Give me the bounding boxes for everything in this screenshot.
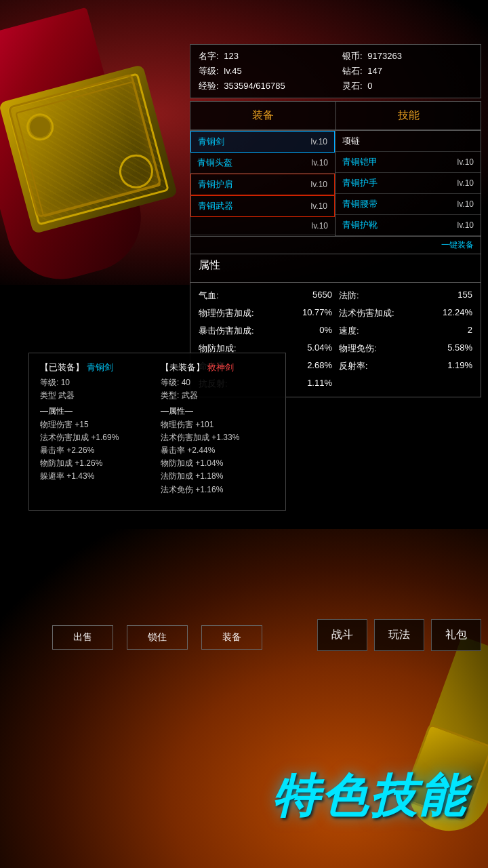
main-tabs: 装备 技能: [190, 101, 481, 130]
spirit-field: 灵石: 0: [342, 80, 472, 92]
sword-decoration-bottom: [352, 631, 488, 868]
name-field: 名字: 123: [199, 50, 329, 62]
action-buttons: 出售 锁住 装备: [28, 625, 286, 650]
compare-panel: 【已装备】 青铜剑 等级: 10 类型 武器 —属性— 物理伤害 +15 法术伤…: [28, 353, 286, 511]
skill-item-1[interactable]: 青铜铠甲 lv.10: [336, 152, 481, 173]
nav-gameplay[interactable]: 玩法: [374, 619, 424, 651]
equip-item-4[interactable]: lv.10: [190, 217, 335, 235]
attr-preduc: 物理免伤: 5.58%: [339, 341, 472, 356]
attr-mdmg: 法术伤害加成: 12.24%: [339, 306, 472, 321]
attr-pdmg: 物理伤害加成: 10.77%: [199, 306, 332, 321]
equipment-column: 青铜剑 lv.10 青铜头盔 lv.10 青铜护肩 lv.10 青铜武器 lv.…: [190, 131, 336, 236]
exp-field: 经验: 353594/616785: [199, 80, 329, 92]
diamond-field: 钻石: 147: [342, 65, 472, 77]
attr-crit: 暴击伤害加成: 0%: [199, 323, 332, 338]
skill-item-0[interactable]: 项链: [336, 131, 481, 152]
tab-equip[interactable]: 装备: [190, 102, 336, 130]
equip-item-3[interactable]: 青铜武器 lv.10: [190, 195, 335, 217]
nav-battle[interactable]: 战斗: [317, 619, 367, 651]
main-ui-panel: 名字: 123 银币: 9173263 等级: lv.45 钻石: 147 经验…: [190, 44, 481, 397]
character-info: 名字: 123 银币: 9173263 等级: lv.45 钻石: 147 经验…: [190, 44, 481, 98]
level-field: 等级: lv.45: [199, 65, 329, 77]
equip-item-0[interactable]: 青铜剑 lv.10: [190, 131, 335, 153]
skill-item-4[interactable]: 青铜护靴 lv.10: [336, 215, 481, 236]
bottom-navigation: 战斗 玩法 礼包: [317, 619, 481, 651]
skill-item-3[interactable]: 青铜腰带 lv.10: [336, 194, 481, 215]
attr-mdef: 法防: 155: [339, 288, 472, 303]
equip-button[interactable]: 装备: [201, 625, 262, 650]
feature-skills-label: 特色技能: [272, 766, 468, 827]
attr-reflect: 反射率: 1.19%: [339, 359, 472, 374]
attr-hp: 气血: 5650: [199, 288, 332, 303]
equip-item-1[interactable]: 青铜头盔 lv.10: [190, 153, 335, 174]
unequipped-col: 【未装备】 救神剑 等级: 40 类型: 武器 —属性— 物理伤害 +101 法…: [161, 361, 274, 496]
skill-item-2[interactable]: 青铜护手 lv.10: [336, 173, 481, 194]
lock-button[interactable]: 锁住: [127, 625, 188, 650]
sell-button[interactable]: 出售: [52, 625, 113, 650]
attrs-title: 属性: [199, 258, 472, 273]
one-key-equip[interactable]: 一键装备: [190, 237, 481, 254]
attr-speed: 速度: 2: [339, 323, 472, 338]
equip-skills-container: 青铜剑 lv.10 青铜头盔 lv.10 青铜护肩 lv.10 青铜武器 lv.…: [190, 130, 481, 237]
tab-skills[interactable]: 技能: [336, 102, 481, 130]
silver-field: 银币: 9173263: [342, 50, 472, 62]
nav-gift[interactable]: 礼包: [431, 619, 481, 651]
sword-decoration-top: [0, 0, 190, 285]
skills-column: 项链 青铜铠甲 lv.10 青铜护手 lv.10 青铜腰带 lv.10 青铜护靴…: [336, 131, 481, 236]
equip-item-2[interactable]: 青铜护肩 lv.10: [190, 174, 335, 195]
equipped-col: 【已装备】 青铜剑 等级: 10 类型 武器 —属性— 物理伤害 +15 法术伤…: [40, 361, 154, 496]
